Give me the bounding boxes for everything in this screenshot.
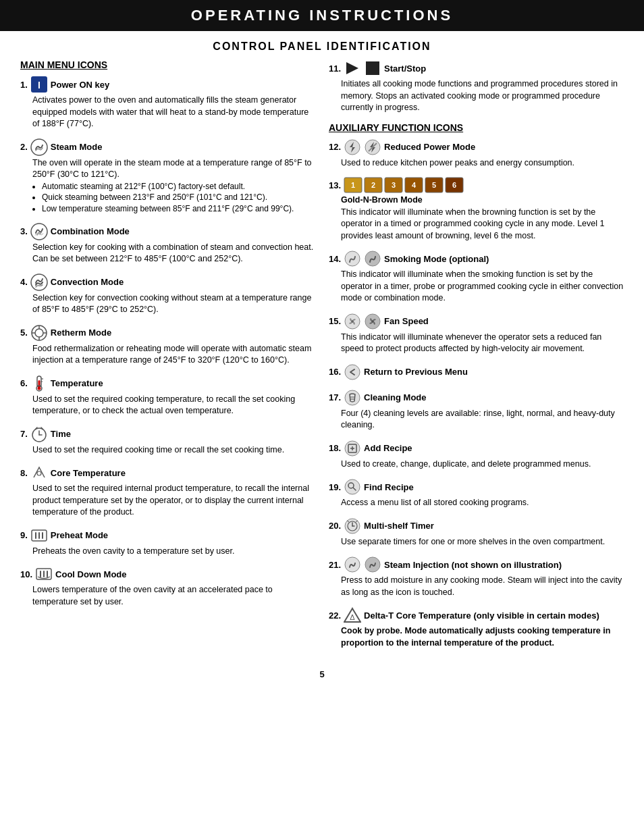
gnb-icon-3: 3 [384, 177, 403, 193]
fan-speed-icon-2 [364, 313, 381, 330]
svg-text:I: I [38, 80, 41, 90]
item-6: 6. Temperature Used to set the required … [20, 375, 315, 417]
svg-text:6: 6 [452, 181, 456, 189]
svg-point-22 [37, 471, 41, 475]
core-temperature-icon [30, 464, 48, 481]
svg-point-33 [345, 140, 360, 155]
header: OPERATING INSTRUCTIONS [0, 0, 644, 31]
item-21: 21. Steam Injection (not shown on illust… [329, 556, 624, 598]
item-19: 19. Find Recipe Access a menu list of al… [329, 478, 624, 509]
svg-marker-31 [346, 62, 358, 74]
delta-t-icon: Δ [344, 606, 361, 624]
find-recipe-icon [344, 478, 361, 496]
cleaning-mode-icon [344, 389, 361, 407]
svg-point-4 [31, 274, 47, 290]
return-previous-menu-icon [344, 363, 361, 381]
stop-icon [364, 59, 381, 77]
page-title: OPERATING INSTRUCTIONS [0, 0, 644, 31]
steam-injection-icon-2 [364, 556, 381, 573]
item-2: 2. Steam Mode The oven will operate in t… [20, 138, 315, 215]
temperature-icon [30, 375, 48, 392]
svg-text:2: 2 [371, 181, 375, 189]
svg-point-14 [37, 386, 41, 390]
start-icon [344, 59, 361, 77]
svg-text:5: 5 [432, 181, 436, 189]
steam-mode-icon [30, 138, 48, 156]
cool-down-mode-icon [35, 565, 53, 583]
reduced-power-icon-1 [344, 138, 361, 156]
gnb-icon-2: 2 [364, 177, 383, 193]
svg-point-62 [345, 479, 360, 494]
svg-point-6 [35, 329, 43, 337]
item-13: 13. 1 2 3 4 5 6 Gold-N-Brown Mode This i… [329, 177, 624, 242]
svg-text:4: 4 [412, 181, 417, 189]
item-15: 15. Fan Speed [329, 313, 624, 355]
item-5: 5. Retherm Mode Food rethermalization or… [20, 324, 315, 367]
item-7: 7. Time Used to set the required cooking… [20, 425, 315, 457]
item-3: 3. Combination Mode Selection key for co… [20, 223, 315, 265]
gnb-icon-4: 4 [404, 177, 423, 193]
smoking-mode-icon-2 [364, 250, 381, 267]
smoking-mode-icon-1 [344, 250, 361, 267]
item-1: 1. I Power ON key Activates power to the… [20, 76, 315, 130]
gnb-icon-6: 6 [445, 177, 464, 193]
item-12: 12. Reduced Power Mode Used to reduce ki… [329, 138, 624, 170]
item-17: 17. Cleaning Mode Four (4) cleaning leve… [329, 389, 624, 432]
gnb-icon-1: 1 [344, 177, 363, 193]
convection-mode-icon [30, 273, 48, 291]
svg-point-54 [345, 365, 360, 380]
svg-rect-32 [366, 61, 379, 75]
combination-mode-icon [30, 223, 48, 240]
left-column: MAIN MENU ICONS 1. I Power ON key Activa… [20, 59, 315, 657]
svg-point-55 [345, 390, 360, 405]
svg-text:3: 3 [392, 181, 396, 189]
item-10: 10. Cool Down Mode Lowers temperature of… [20, 565, 315, 608]
page-number: 5 [0, 669, 644, 686]
retherm-mode-icon [30, 324, 48, 342]
item-18: 18. Add Recipe Used to create, change, d… [329, 440, 624, 471]
gold-n-brown-icons: 1 2 3 4 5 6 [344, 177, 464, 193]
item-20: 20. Multi-shelf Timer Use separate timer… [329, 517, 624, 548]
sub-header: CONTROL PANEL IDENTIFICATION [0, 41, 644, 53]
gnb-icon-5: 5 [425, 177, 444, 193]
svg-text:1: 1 [351, 181, 355, 189]
power-on-icon: I [30, 76, 48, 93]
fan-speed-icon-1 [344, 313, 361, 330]
preheat-mode-icon [30, 527, 48, 544]
time-icon [30, 425, 48, 443]
multi-shelf-timer-icon [344, 517, 361, 535]
right-column: 11. Start/Stop Initiates all cooking mod… [329, 59, 624, 657]
left-section-title: MAIN MENU ICONS [20, 59, 315, 70]
item-16: 16. Return to Previous Menu [329, 363, 624, 381]
item-11: 11. Start/Stop Initiates all cooking mod… [329, 59, 624, 114]
item-14: 14. Smoking Mode (optional) This indicat… [329, 250, 624, 305]
right-section-title: AUXILIARY FUNCTION ICONS [329, 122, 624, 133]
item-9: 9. Preheat Mode Preheats the oven cavity… [20, 527, 315, 558]
steam-injection-icon-1 [344, 556, 361, 573]
item-4: 4. Convection Mode Selection key for con… [20, 273, 315, 316]
svg-text:Δ: Δ [350, 613, 355, 621]
add-recipe-icon [344, 440, 361, 457]
item-8: 8. Core Temperature Used to set the requ… [20, 464, 315, 519]
reduced-power-icon-2 [364, 138, 381, 156]
item-22: 22. Δ Delta-T Core Temperature (only vis… [329, 606, 624, 649]
